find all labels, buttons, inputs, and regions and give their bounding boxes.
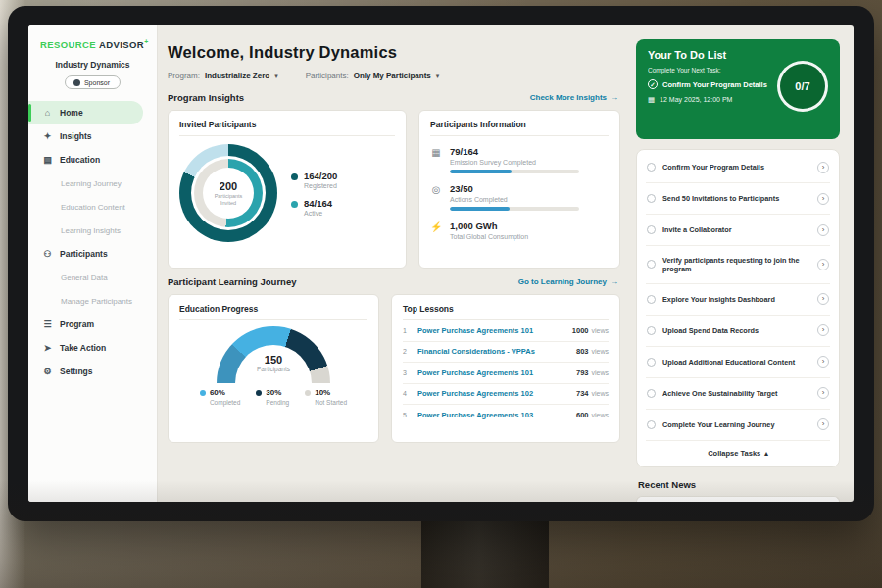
legend-label: Active [304, 210, 332, 217]
todo-progress-value: 0/7 [795, 80, 809, 92]
task-checkbox[interactable] [647, 194, 656, 203]
chevron-right-icon[interactable]: › [817, 356, 829, 368]
participants-icon: ⚇ [42, 249, 53, 259]
sidebar-item-label: Education Content [61, 203, 125, 212]
caret-down-icon: ▾ [274, 73, 278, 80]
chevron-right-icon[interactable]: › [817, 418, 829, 430]
lesson-rank: 1 [403, 327, 417, 334]
todo-task-row[interactable]: Upload Spend Data Records› [646, 316, 830, 347]
org-name: Industry Dynamics [28, 60, 157, 70]
gauge-center-label: Participants [257, 366, 290, 372]
lesson-title-link[interactable]: Power Purchase Agreements 101 [417, 326, 572, 335]
lesson-views: 600 [576, 411, 589, 419]
brand-logo: RESOURCEADVISOR+ [28, 25, 157, 52]
lesson-title-link[interactable]: Financial Considerations - VPPAs [417, 347, 576, 356]
todo-task-row[interactable]: Invite a Collaborator› [646, 215, 830, 246]
lesson-title-link[interactable]: Power Purchase Agreements 101 [417, 368, 576, 377]
donut-center-label: Participants Invited [209, 193, 248, 206]
legend-pct: 30% [266, 388, 281, 397]
todo-task-row[interactable]: Verify participants requesting to join t… [646, 246, 830, 284]
sidebar-item-participants[interactable]: ⚇Participants [28, 242, 143, 266]
lesson-views: 734 [576, 389, 589, 398]
sidebar-item-manage-participants[interactable]: Manage Participants [28, 289, 143, 313]
chevron-right-icon[interactable]: › [817, 293, 829, 305]
sidebar-item-education[interactable]: ▤Education [28, 148, 143, 172]
todo-task-row[interactable]: Confirm Your Program Details› [646, 152, 830, 183]
task-checkbox[interactable] [647, 225, 656, 234]
chevron-right-icon[interactable]: › [817, 193, 829, 205]
program-insights-header: Program Insights Check More Insights → [168, 92, 618, 103]
chevron-right-icon[interactable]: › [817, 259, 829, 270]
task-checkbox[interactable] [647, 358, 656, 367]
sponsor-badge: Sponsor [65, 75, 121, 89]
invited-donut-chart: 200 Participants Invited [179, 144, 277, 242]
sidebar-item-learning-journey[interactable]: Learning Journey [28, 172, 143, 195]
todo-task-row[interactable]: Explore Your Insights Dashboard› [646, 284, 830, 316]
sidebar-nav: ⌂Home✦Insights▤EducationLearning Journey… [28, 101, 157, 383]
todo-task-row[interactable]: Achieve One Sustainability Target› [646, 378, 830, 410]
check-more-insights-link[interactable]: Check More Insights → [530, 93, 618, 102]
sidebar-item-settings[interactable]: ⚙Settings [28, 360, 143, 383]
task-label: Complete Your Learning Journey [662, 420, 810, 429]
sidebar-item-education-content[interactable]: Education Content [28, 195, 143, 219]
todo-panel: Your To Do List Complete Your Next Task:… [632, 25, 854, 502]
lesson-row: 4Power Purchase Agreements 102734views [403, 384, 609, 406]
card-title: Invited Participants [179, 120, 395, 136]
todo-task-row[interactable]: Upload Additional Educational Content› [646, 347, 830, 378]
todo-task-row[interactable]: Send 50 Invitations to Participants› [646, 183, 830, 215]
sidebar-item-general-data[interactable]: General Data [28, 266, 143, 289]
sidebar-item-home[interactable]: ⌂Home [28, 101, 143, 124]
brand-part1: RESOURCE [40, 39, 96, 50]
sidebar-item-learning-insights[interactable]: Learning Insights [28, 219, 143, 242]
stat-label: Emission Survey Completed [450, 159, 579, 166]
task-label: Invite a Collaborator [662, 225, 810, 234]
collapse-tasks-button[interactable]: Collapse Tasks▴ [646, 441, 830, 465]
todo-summary-card: Your To Do List Complete Your Next Task:… [636, 39, 840, 139]
meter-icon: ▦ [430, 147, 442, 173]
sidebar-item-label: Learning Insights [61, 226, 121, 235]
chevron-right-icon[interactable]: › [817, 387, 829, 399]
chevron-right-icon[interactable]: › [817, 324, 829, 336]
lesson-rank: 2 [403, 348, 417, 355]
lesson-title-link[interactable]: Power Purchase Agreements 103 [417, 411, 576, 419]
sidebar-item-label: Participants [60, 249, 108, 259]
legend-item-active: 84/164 Active [291, 198, 337, 217]
lesson-title-link[interactable]: Power Purchase Agreements 102 [417, 389, 576, 398]
gauge-center: 150 Participants [257, 354, 290, 372]
insights-cards-row: Invited Participants 200 Participants In… [168, 110, 620, 269]
sidebar-item-insights[interactable]: ✦Insights [28, 124, 143, 148]
sidebar-item-label: Education [60, 155, 100, 165]
todo-next-task-label: Confirm Your Program Details [662, 80, 767, 89]
legend-label: Completed [210, 399, 240, 406]
caret-down-icon: ▾ [436, 73, 440, 80]
task-checkbox[interactable] [647, 326, 656, 335]
collapse-label: Collapse Tasks [708, 449, 760, 458]
task-checkbox[interactable] [647, 420, 656, 429]
task-checkbox[interactable] [647, 163, 656, 172]
section-title: Program Insights [168, 92, 244, 103]
take-action-icon: ➤ [42, 343, 53, 353]
lesson-rank: 4 [403, 390, 417, 397]
sidebar-item-take-action[interactable]: ➤Take Action [28, 336, 143, 360]
calendar-icon: ▦ [648, 95, 655, 104]
chevron-right-icon[interactable]: › [817, 162, 829, 173]
arrow-right-icon: → [611, 93, 618, 102]
participants-filter-dropdown[interactable]: Participants: Only My Participants ▾ [306, 72, 440, 80]
filter-value: Industrialize Zero [205, 72, 270, 80]
task-checkbox[interactable] [647, 295, 656, 304]
legend-pct: 10% [315, 388, 330, 397]
go-to-learning-journey-link[interactable]: Go to Learning Journey → [518, 277, 618, 286]
check-icon: ✓ [648, 79, 658, 89]
chevron-right-icon[interactable]: › [817, 224, 829, 236]
filters-bar: Program: Industrialize Zero ▾ Participan… [168, 72, 620, 80]
todo-task-row[interactable]: Complete Your Learning Journey› [646, 410, 830, 441]
donut-center: 200 Participants Invited [203, 168, 254, 219]
task-checkbox[interactable] [647, 260, 656, 269]
program-filter-dropdown[interactable]: Program: Industrialize Zero ▾ [168, 72, 278, 80]
lesson-rank: 3 [403, 369, 417, 376]
task-checkbox[interactable] [647, 389, 656, 398]
legend-label: Pending [266, 399, 289, 406]
legend-dot [305, 390, 311, 396]
sidebar-item-program[interactable]: ☰Program [28, 313, 143, 336]
stat-value: 1,000 GWh [450, 220, 528, 231]
